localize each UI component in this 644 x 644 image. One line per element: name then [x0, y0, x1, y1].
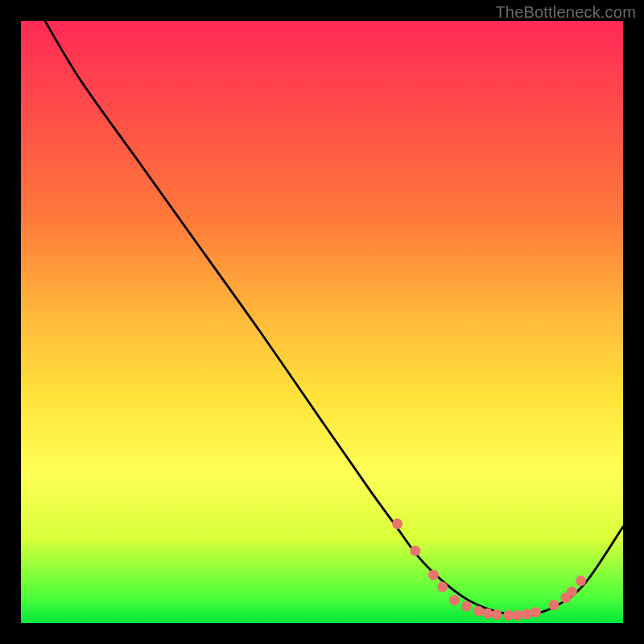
watermark-label: TheBottleneck.com: [495, 3, 636, 22]
curve-dot: [428, 570, 439, 580]
curve-dot: [522, 609, 532, 619]
chart-frame: TheBottleneck.com: [0, 0, 644, 644]
curve-dot: [513, 610, 523, 621]
curve-data-dots: [392, 518, 586, 621]
curve-dot: [549, 600, 559, 610]
curve-dot: [437, 582, 448, 592]
curve-dot: [482, 609, 493, 619]
curve-dot: [392, 518, 402, 529]
chart-plot-area: [21, 21, 623, 623]
curve-dot: [461, 601, 472, 612]
curve-dot: [473, 606, 484, 617]
curve-dot: [449, 595, 460, 605]
curve-dot: [567, 587, 577, 597]
curve-dot: [576, 576, 586, 586]
curve-dot: [491, 609, 502, 620]
curve-dot: [410, 546, 420, 556]
curve-dot: [503, 610, 514, 621]
bottleneck-curve-svg: [21, 21, 623, 623]
bottleneck-curve-line: [45, 21, 623, 615]
curve-dot: [530, 607, 541, 617]
